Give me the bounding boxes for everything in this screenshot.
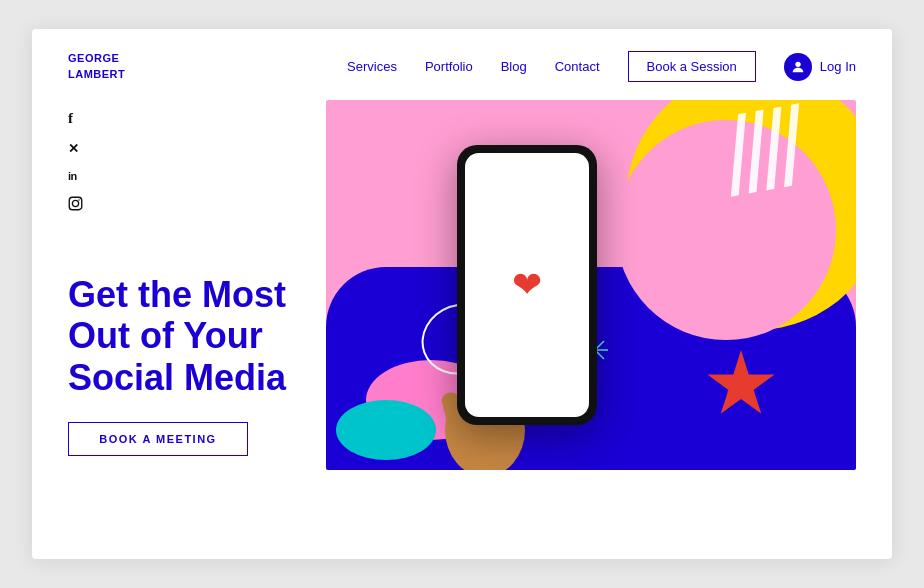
main-nav: Services Portfolio Blog Contact Book a S… [347, 51, 856, 82]
header: GEORGE LAMBERT Services Portfolio Blog C… [32, 29, 892, 100]
user-avatar-icon[interactable] [784, 53, 812, 81]
linkedin-icon[interactable]: in [68, 170, 286, 182]
white-lines-decoration [728, 105, 803, 195]
login-link[interactable]: Log In [820, 59, 856, 74]
brand-logo[interactable]: GEORGE LAMBERT [68, 51, 125, 82]
white-line-3 [766, 106, 781, 190]
hero-background: ❤ [326, 100, 856, 470]
nav-link-blog[interactable]: Blog [501, 59, 527, 74]
phone-mockup: ❤ [457, 145, 597, 425]
left-sidebar: f ✕ in Get the Most Out of Your Social M… [68, 100, 286, 456]
svg-rect-1 [69, 197, 82, 210]
instagram-icon[interactable] [68, 196, 286, 214]
main-content: f ✕ in Get the Most Out of Your Social M… [32, 100, 892, 506]
book-meeting-button[interactable]: BOOK A MEETING [68, 422, 248, 456]
svg-point-0 [795, 61, 800, 66]
nav-link-services[interactable]: Services [347, 59, 397, 74]
svg-point-3 [78, 199, 80, 201]
heart-icon: ❤ [512, 264, 542, 306]
page-card: GEORGE LAMBERT Services Portfolio Blog C… [32, 29, 892, 559]
nav-link-portfolio[interactable]: Portfolio [425, 59, 473, 74]
hero-headline: Get the Most Out of Your Social Media [68, 274, 286, 398]
hero-image-area: ❤ [326, 100, 856, 470]
facebook-icon[interactable]: f [68, 110, 286, 127]
phone-body: ❤ [457, 145, 597, 425]
book-session-button[interactable]: Book a Session [628, 51, 756, 82]
white-line-2 [749, 110, 764, 194]
social-links: f ✕ in [68, 110, 286, 214]
nav-link-contact[interactable]: Contact [555, 59, 600, 74]
yellow-arc-inner-shape [616, 120, 836, 340]
twitter-icon[interactable]: ✕ [68, 141, 286, 156]
auth-area: Log In [784, 53, 856, 81]
svg-point-2 [72, 200, 78, 206]
phone-screen: ❤ [465, 153, 589, 417]
